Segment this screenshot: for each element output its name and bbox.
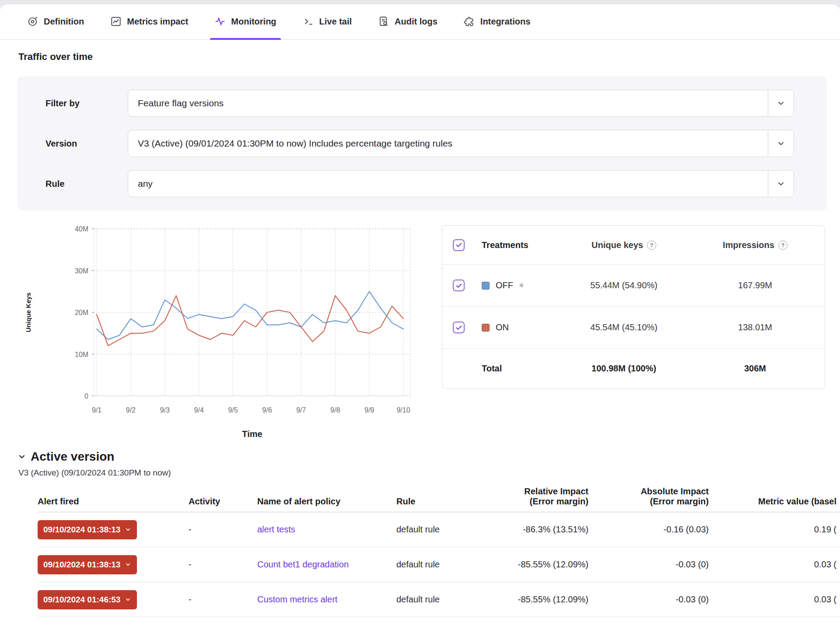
tab-label: Integrations — [480, 17, 530, 27]
svg-text:30M: 30M — [75, 267, 88, 275]
active-version-subtitle: V3 (Active) (09/10/2024 01:30PM to now) — [18, 468, 840, 478]
chevron-down-icon — [125, 596, 131, 603]
filter-by-select[interactable]: Feature flag versions — [128, 90, 794, 117]
alert-absolute-impact: -0.16 (0.03) — [588, 525, 709, 535]
version-select[interactable]: V3 (Active) (09/01/2024 01:30PM to now) … — [128, 130, 794, 157]
integrations-icon — [464, 16, 475, 27]
chevron-down-icon[interactable] — [768, 139, 794, 148]
tab-label: Definition — [44, 17, 84, 27]
tab-integrations[interactable]: Integrations — [463, 4, 531, 39]
help-icon[interactable]: ? — [778, 241, 788, 250]
alert-absolute-impact: -0.03 (0) — [588, 595, 709, 605]
rule-value: any — [128, 178, 768, 189]
alert-fired-badge[interactable]: 09/10/2024 01:38:13 — [38, 555, 137, 574]
alert-relative-impact: -86.3% (13.51%) — [484, 525, 588, 535]
alert-fired-timestamp: 09/10/2024 01:38:13 — [43, 525, 120, 535]
alert-row: 09/10/2024 01:38:13 - alert tests defaul… — [38, 512, 840, 547]
alert-activity: - — [189, 560, 257, 570]
alert-policy-link[interactable]: Count bet1 degradation — [257, 560, 349, 569]
rule-select[interactable]: any — [128, 170, 794, 197]
chevron-down-icon[interactable] — [768, 98, 794, 108]
svg-text:9/9: 9/9 — [364, 406, 374, 414]
alert-metric-value: 0.03 ( — [709, 595, 840, 605]
treatment-row-off: OFF ✳ 55.44M (54.90%) 167.99M — [442, 264, 825, 306]
alert-relative-impact: -85.55% (12.09%) — [484, 560, 588, 570]
tab-label: Live tail — [319, 17, 352, 27]
active-version-toggle[interactable]: Active version — [18, 450, 840, 464]
filter-panel: Filter by Feature flag versions Version … — [18, 77, 827, 210]
col-header-relative-impact: Relative Impact (Error margin) — [484, 486, 588, 507]
version-label: Version — [46, 139, 128, 149]
unique-keys-column-header: Unique keys ? — [592, 240, 656, 250]
active-version-section: Active version V3 (Active) (09/10/2024 0… — [0, 450, 840, 617]
alert-fired-badge[interactable]: 09/10/2024 01:46:53 — [38, 590, 137, 609]
svg-text:9/3: 9/3 — [160, 406, 170, 414]
tab-definition[interactable]: Definition — [26, 4, 85, 39]
off-series-swatch — [482, 282, 490, 290]
help-icon[interactable]: ? — [647, 241, 656, 250]
treatment-name: OFF ✳ — [482, 280, 552, 290]
alert-rule: default rule — [396, 560, 484, 570]
tab-bar: Definition Metrics impact Monitoring — [0, 4, 840, 40]
svg-text:20M: 20M — [75, 309, 88, 316]
page: Definition Metrics impact Monitoring — [0, 4, 840, 626]
metrics-impact-icon — [110, 16, 122, 27]
monitoring-icon — [214, 16, 226, 27]
svg-text:10M: 10M — [75, 351, 88, 358]
svg-text:9/1: 9/1 — [92, 406, 102, 414]
svg-text:9/8: 9/8 — [330, 406, 340, 414]
tab-live-tail[interactable]: Live tail — [302, 4, 353, 39]
col-header-rule: Rule — [396, 497, 484, 507]
chevron-down-icon — [18, 452, 26, 461]
tab-monitoring[interactable]: Monitoring — [214, 4, 277, 39]
filter-row-rule: Rule any — [46, 170, 794, 197]
select-all-checkbox[interactable] — [453, 239, 465, 251]
alert-policy-link[interactable]: alert tests — [257, 525, 295, 534]
svg-text:40M: 40M — [75, 225, 88, 233]
svg-text:9/7: 9/7 — [296, 406, 306, 414]
treatments-card: Treatments Unique keys ? Impressions ? O… — [442, 225, 825, 389]
default-treatment-icon: ✳ — [518, 281, 524, 290]
col-header-activity: Activity — [189, 497, 257, 507]
filter-by-label: Filter by — [46, 98, 128, 108]
svg-text:9/2: 9/2 — [126, 406, 136, 414]
treatment-on-checkbox[interactable] — [453, 322, 465, 333]
chevron-down-icon — [125, 526, 131, 533]
section-title-traffic-over-time: Traffic over time — [18, 51, 840, 63]
impressions-value: 138.01M — [738, 322, 772, 332]
chevron-down-icon — [125, 561, 131, 568]
alert-activity: - — [189, 595, 257, 605]
alert-fired-badge[interactable]: 09/10/2024 01:38:13 — [38, 520, 137, 539]
alert-absolute-impact: -0.03 (0) — [588, 560, 709, 570]
traffic-chart-svg: 010M20M30M40M9/19/29/39/49/59/69/79/89/9… — [18, 225, 424, 446]
tab-metrics-impact[interactable]: Metrics impact — [109, 4, 189, 39]
treatment-row-on: ON 45.54M (45.10%) 138.01M — [442, 306, 825, 348]
total-label: Total — [482, 364, 552, 374]
treatments-header-row: Treatments Unique keys ? Impressions ? — [442, 226, 825, 264]
tab-label: Metrics impact — [127, 17, 188, 27]
impressions-value: 167.99M — [738, 280, 772, 290]
total-unique-keys: 100.98M (100%) — [592, 364, 656, 374]
treatment-off-checkbox[interactable] — [453, 280, 465, 291]
rule-label: Rule — [46, 179, 128, 189]
treatment-name: ON — [482, 322, 552, 332]
svg-text:9/10: 9/10 — [396, 406, 410, 414]
live-tail-icon — [303, 16, 314, 27]
unique-keys-value: 45.54M (45.10%) — [590, 322, 657, 332]
alert-policy-link[interactable]: Custom metrics alert — [257, 595, 337, 604]
col-header-alert-fired: Alert fired — [38, 497, 189, 507]
tab-audit-logs[interactable]: Audit logs — [377, 4, 438, 39]
traffic-line-chart: 010M20M30M40M9/19/29/39/49/59/69/79/89/9… — [18, 225, 424, 446]
alert-row: 09/10/2024 01:38:13 - Count bet1 degrada… — [38, 547, 840, 582]
chevron-down-icon[interactable] — [768, 179, 794, 189]
tab-label: Monitoring — [231, 17, 276, 27]
unique-keys-value: 55.44M (54.90%) — [590, 280, 657, 290]
alert-relative-impact: -85.55% (12.09%) — [484, 595, 588, 605]
definition-icon — [27, 16, 38, 27]
svg-text:9/6: 9/6 — [262, 406, 272, 414]
version-value: V3 (Active) (09/01/2024 01:30PM to now) … — [128, 138, 768, 149]
alerts-table: Alert fired Activity Name of alert polic… — [18, 486, 840, 617]
filter-by-value: Feature flag versions — [128, 98, 768, 108]
treatment-label: ON — [496, 322, 509, 332]
series-line-on — [97, 296, 403, 346]
